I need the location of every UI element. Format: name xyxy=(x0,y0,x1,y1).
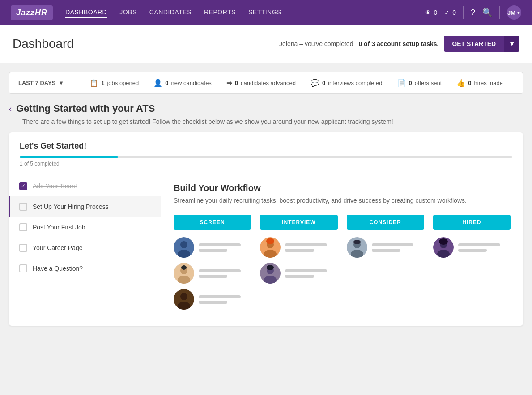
get-started-button[interactable]: GET STARTED xyxy=(444,36,504,52)
check-icon: ✓ xyxy=(444,9,450,16)
stat-offers: 📄 0 offers sent xyxy=(390,79,450,87)
checkbox-4 xyxy=(19,264,27,272)
col-header-interview: INTERVIEW xyxy=(260,215,337,230)
line xyxy=(285,249,314,252)
avatar-lines xyxy=(199,295,251,304)
svg-point-1 xyxy=(180,241,187,248)
candidates-icon: 👤 xyxy=(153,79,162,87)
stat-interviews: 💬 0 interviews completed xyxy=(303,79,390,87)
logo[interactable]: JazzHR xyxy=(11,5,53,20)
avatar xyxy=(174,263,194,284)
workflow-column-consider: CONSIDER xyxy=(347,215,424,315)
checkbox-3 xyxy=(19,244,27,252)
page-header: Dashboard Jelena – you've completed 0 of… xyxy=(0,25,532,63)
checkbox-1 xyxy=(19,203,27,211)
workflow-board: SCREEN xyxy=(174,215,511,315)
checklist: ✓ Add Your Team! Set Up Your Hiring Proc… xyxy=(9,172,161,326)
avatar xyxy=(174,289,194,310)
avatar xyxy=(260,237,281,258)
checkbox-0: ✓ xyxy=(19,182,27,190)
nav-reports[interactable]: REPORTS xyxy=(204,7,236,18)
section-title: Getting Started with your ATS xyxy=(16,103,155,115)
col-header-screen: SCREEN xyxy=(174,215,251,230)
checklist-item-1[interactable]: Set Up Your Hiring Process xyxy=(9,196,161,217)
stat-hires: 👍 0 hires made xyxy=(449,79,510,87)
workflow-title: Build Your Workflow xyxy=(174,183,511,193)
back-arrow-icon[interactable]: ‹ xyxy=(9,104,12,114)
stats-filter[interactable]: LAST 7 DAYS ▼ xyxy=(18,80,73,86)
getting-started-card: Let's Get Started! 1 of 5 completed ✓ Ad… xyxy=(9,132,523,326)
nav-separator-2 xyxy=(499,6,500,19)
candidate-card xyxy=(260,237,337,258)
line xyxy=(199,275,227,278)
line xyxy=(372,249,400,252)
line xyxy=(199,295,241,298)
avatar xyxy=(347,237,367,258)
line xyxy=(285,275,314,278)
check-group[interactable]: ✓ 0 xyxy=(444,9,456,16)
page-title: Dashboard xyxy=(13,37,74,51)
workflow-content: Build Your Workflow Streamline your dail… xyxy=(161,172,523,326)
avatar-lines xyxy=(285,269,337,278)
stat-jobs-opened: 📋 1 jobs opened xyxy=(82,79,146,87)
get-started-chevron-button[interactable]: ▼ xyxy=(504,36,519,52)
checkbox-2 xyxy=(19,223,27,231)
line xyxy=(199,301,227,304)
navbar: JazzHR DASHBOARD JOBS CANDIDATES REPORTS… xyxy=(0,0,532,25)
section-subtitle: There are a few things to set up to get … xyxy=(9,118,523,125)
avatar-lines xyxy=(372,243,424,252)
line xyxy=(199,243,241,246)
candidate-card xyxy=(433,237,511,258)
nav-separator xyxy=(463,6,464,19)
candidate-card xyxy=(260,263,337,284)
svg-point-17 xyxy=(267,265,274,270)
card-title: Let's Get Started! xyxy=(9,132,523,156)
stats-bar: LAST 7 DAYS ▼ 📋 1 jobs opened 👤 0 new ca… xyxy=(9,72,523,94)
workflow-description: Streamline your daily recruiting tasks, … xyxy=(174,197,511,204)
user-avatar[interactable]: JM ▼ xyxy=(507,5,521,20)
checklist-label-1: Set Up Your Hiring Process xyxy=(33,203,109,210)
btn-group: GET STARTED ▼ xyxy=(444,36,519,52)
stat-candidates-advanced: ➡ 0 candidates advanced xyxy=(219,79,303,87)
checklist-label-0: Add Your Team! xyxy=(33,183,77,190)
checklist-item-2[interactable]: Post Your First Job xyxy=(9,217,161,238)
workflow-column-interview: INTERVIEW xyxy=(260,215,337,315)
help-icon[interactable]: ? xyxy=(471,8,475,17)
line xyxy=(199,249,227,252)
line xyxy=(285,243,327,246)
svg-point-21 xyxy=(353,240,361,244)
nav-settings[interactable]: SETTINGS xyxy=(248,7,281,18)
candidate-card xyxy=(174,289,251,310)
nav-candidates[interactable]: CANDIDATES xyxy=(149,7,192,18)
nav-right: 👁 0 ✓ 0 ? 🔍 JM ▼ xyxy=(425,5,521,20)
card-body: ✓ Add Your Team! Set Up Your Hiring Proc… xyxy=(9,172,523,326)
col-header-consider: CONSIDER xyxy=(347,215,424,230)
svg-point-8 xyxy=(180,293,187,300)
nav-jobs[interactable]: JOBS xyxy=(119,7,137,18)
checklist-item-4[interactable]: Have a Question? xyxy=(9,258,161,279)
avatar xyxy=(433,237,454,258)
line xyxy=(458,243,500,246)
chevron-down-icon: ▼ xyxy=(516,10,521,15)
chevron-down-icon: ▼ xyxy=(58,80,64,86)
nav-dashboard[interactable]: DASHBOARD xyxy=(65,7,107,18)
eye-group[interactable]: 👁 0 xyxy=(425,9,437,16)
checklist-item-0[interactable]: ✓ Add Your Team! xyxy=(9,176,161,196)
search-icon[interactable]: 🔍 xyxy=(482,8,492,17)
svg-point-25 xyxy=(439,238,448,245)
check-count: 0 xyxy=(452,9,456,16)
avatar-lines xyxy=(285,243,337,252)
progress-label: 1 of 5 completed xyxy=(9,158,523,167)
candidate-card xyxy=(347,237,424,258)
checklist-item-3[interactable]: Your Career Page xyxy=(9,238,161,258)
main-content: ‹ Getting Started with your ATS There ar… xyxy=(0,94,532,335)
avatar-lines xyxy=(199,243,251,252)
checklist-label-2: Post Your First Job xyxy=(33,224,85,231)
svg-point-6 xyxy=(181,265,187,270)
setup-text: Jelena – you've completed xyxy=(279,40,353,47)
offers-icon: 📄 xyxy=(397,79,406,87)
line xyxy=(199,269,241,272)
hires-icon: 👍 xyxy=(456,79,465,87)
interviews-icon: 💬 xyxy=(311,79,319,87)
eye-count: 0 xyxy=(434,9,437,16)
